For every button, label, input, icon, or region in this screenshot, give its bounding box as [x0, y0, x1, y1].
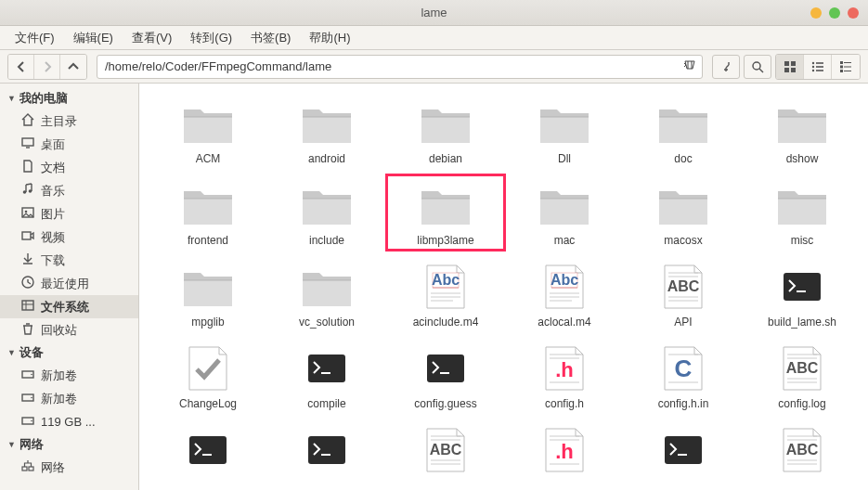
- list-compact-icon: [811, 60, 824, 73]
- svg-rect-2: [791, 61, 796, 66]
- file-item[interactable]: config.h: [505, 338, 624, 414]
- folder-item[interactable]: frontend: [149, 174, 267, 251]
- folder-item[interactable]: dshow: [743, 93, 862, 169]
- file-item[interactable]: config.guess: [386, 338, 505, 414]
- file-item[interactable]: config.h.in: [624, 338, 743, 414]
- svg-rect-1: [784, 61, 789, 66]
- up-button[interactable]: [60, 55, 86, 79]
- folder-item[interactable]: debian: [386, 93, 505, 169]
- svg-rect-11: [840, 61, 843, 64]
- folder-item[interactable]: ACM: [149, 93, 267, 169]
- item-label: config.guess: [414, 397, 476, 410]
- file-item[interactable]: [386, 419, 505, 483]
- shell-icon: [175, 423, 241, 475]
- path-input[interactable]: /home/relo/Coder/FFmpegCommand/lame: [97, 55, 703, 79]
- drive-icon: [20, 413, 35, 431]
- icon-view-button[interactable]: [776, 55, 804, 79]
- folder-item[interactable]: vc_solution: [267, 256, 386, 332]
- c-icon: [650, 342, 717, 393]
- folder-icon: [412, 97, 479, 148]
- file-item[interactable]: [149, 419, 267, 483]
- sidebar-item[interactable]: 下载: [0, 249, 138, 272]
- sidebar-item[interactable]: 最近使用: [0, 272, 138, 295]
- file-item[interactable]: acinclude.m4: [386, 256, 505, 332]
- file-item[interactable]: aclocal.m4: [505, 256, 624, 332]
- sidebar-item[interactable]: 回收站: [0, 318, 138, 342]
- item-label: dshow: [786, 152, 819, 165]
- menu-bookmarks[interactable]: 书签(B): [243, 27, 298, 49]
- folder-item[interactable]: Dll: [505, 93, 624, 169]
- item-label: aclocal.m4: [538, 316, 590, 329]
- file-item[interactable]: config.log: [743, 338, 862, 414]
- file-item[interactable]: compile: [267, 338, 386, 414]
- file-view[interactable]: ACMandroiddebianDlldocdshowfrontendinclu…: [139, 84, 868, 490]
- toolbar-right: [712, 55, 771, 79]
- sidebar-item[interactable]: 文件系统: [0, 295, 138, 318]
- menu-file[interactable]: 文件(F): [7, 27, 62, 49]
- file-item[interactable]: [743, 419, 862, 483]
- sidebar-item-label: 119 GB ...: [41, 415, 96, 429]
- svg-rect-6: [816, 62, 823, 64]
- folder-item[interactable]: mpglib: [149, 256, 267, 332]
- sidebar-item[interactable]: 新加卷: [0, 364, 138, 387]
- file-item[interactable]: [624, 419, 743, 483]
- close-button[interactable]: [848, 7, 859, 19]
- sidebar-item-label: 文档: [41, 160, 65, 176]
- open-terminal-button[interactable]: [712, 55, 740, 79]
- menu-view[interactable]: 查看(V): [124, 27, 179, 49]
- folder-item[interactable]: android: [267, 93, 386, 169]
- file-item[interactable]: build_lame.sh: [743, 256, 862, 332]
- arrow-left-icon: [15, 60, 28, 73]
- search-button[interactable]: [744, 55, 771, 79]
- sidebar-section-header[interactable]: ▼网络: [0, 433, 138, 456]
- window-controls: [810, 7, 859, 19]
- sidebar-item[interactable]: 音乐: [0, 179, 138, 202]
- folder-icon: [293, 260, 360, 312]
- item-label: frontend: [188, 234, 228, 247]
- bigabc-icon: [650, 260, 717, 312]
- shell-icon: [412, 342, 479, 393]
- forward-button[interactable]: [34, 55, 60, 79]
- sidebar-item[interactable]: 桌面: [0, 133, 138, 156]
- sidebar-item[interactable]: 主目录: [0, 110, 138, 133]
- folder-icon: [769, 97, 836, 148]
- list-view-button[interactable]: [832, 55, 860, 79]
- sidebar-section-header[interactable]: ▼设备: [0, 342, 138, 364]
- sidebar-item[interactable]: 119 GB ...: [0, 410, 138, 433]
- sidebar-item[interactable]: 文档: [0, 156, 138, 179]
- folder-item[interactable]: libmp3lame: [386, 174, 505, 251]
- menu-edit[interactable]: 编辑(E): [66, 27, 121, 49]
- sidebar-item[interactable]: 新加卷: [0, 387, 138, 410]
- shell-icon: [650, 423, 717, 475]
- download-icon: [20, 251, 35, 269]
- compact-view-button[interactable]: [804, 55, 832, 79]
- sidebar-section-header[interactable]: ▼我的电脑: [0, 87, 138, 110]
- folder-item[interactable]: include: [267, 174, 386, 251]
- folder-item[interactable]: macosx: [624, 174, 743, 251]
- clear-path-icon[interactable]: [683, 58, 696, 74]
- folder-icon: [175, 260, 241, 312]
- menu-go[interactable]: 转到(G): [183, 27, 240, 49]
- picture-icon: [20, 205, 35, 223]
- folder-item[interactable]: misc: [743, 174, 862, 251]
- home-icon: [20, 112, 35, 130]
- svg-rect-13: [840, 65, 843, 68]
- folder-icon: [650, 178, 717, 230]
- drive-icon: [20, 390, 35, 407]
- file-item[interactable]: API: [624, 256, 743, 332]
- back-button[interactable]: [8, 55, 34, 79]
- svg-rect-8: [816, 66, 823, 68]
- menubar: 文件(F) 编辑(E) 查看(V) 转到(G) 书签(B) 帮助(H): [0, 26, 868, 50]
- folder-item[interactable]: mac: [505, 174, 624, 251]
- maximize-button[interactable]: [829, 7, 840, 19]
- minimize-button[interactable]: [810, 7, 822, 19]
- sidebar-item[interactable]: 网络: [0, 456, 138, 479]
- folder-item[interactable]: doc: [624, 93, 743, 169]
- sidebar-item[interactable]: 视频: [0, 226, 138, 249]
- file-item[interactable]: ChangeLog: [149, 338, 267, 414]
- item-label: mac: [554, 234, 576, 247]
- file-item[interactable]: [505, 419, 624, 483]
- menu-help[interactable]: 帮助(H): [302, 27, 357, 49]
- sidebar-item[interactable]: 图片: [0, 202, 138, 226]
- file-item[interactable]: [267, 419, 386, 483]
